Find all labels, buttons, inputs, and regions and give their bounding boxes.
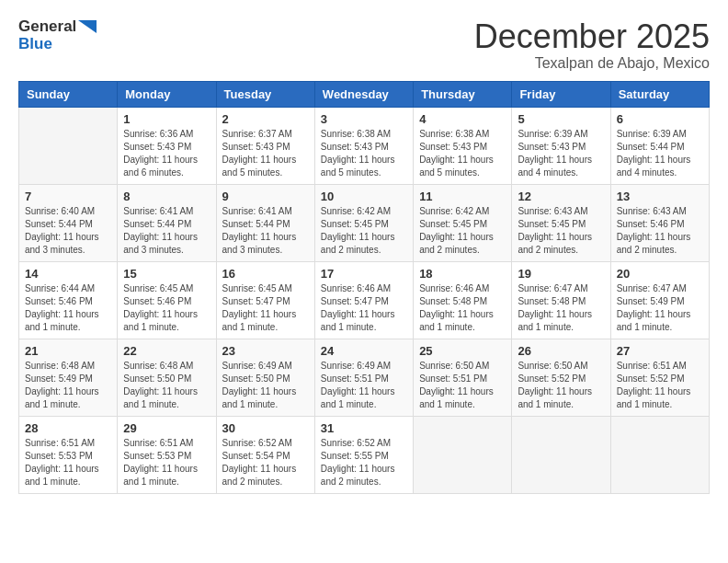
day-info: Sunrise: 6:51 AM Sunset: 5:52 PM Dayligh… (617, 360, 703, 411)
header-tuesday: Tuesday (216, 81, 314, 107)
day-number: 8 (123, 190, 210, 203)
calendar-cell: 6Sunrise: 6:39 AM Sunset: 5:44 PM Daylig… (610, 107, 709, 184)
calendar-week-row: 7Sunrise: 6:40 AM Sunset: 5:44 PM Daylig… (19, 184, 710, 261)
main-title: December 2025 (474, 18, 710, 55)
day-number: 16 (222, 267, 309, 281)
calendar-cell: 17Sunrise: 6:46 AM Sunset: 5:47 PM Dayli… (314, 261, 413, 339)
calendar-cell: 8Sunrise: 6:41 AM Sunset: 5:44 PM Daylig… (118, 184, 216, 261)
calendar-cell: 25Sunrise: 6:50 AM Sunset: 5:51 PM Dayli… (414, 339, 512, 416)
title-section: December 2025 Texalpan de Abajo, Mexico (474, 18, 710, 72)
day-info: Sunrise: 6:37 AM Sunset: 5:43 PM Dayligh… (222, 128, 309, 179)
day-info: Sunrise: 6:52 AM Sunset: 5:54 PM Dayligh… (222, 437, 309, 488)
day-number: 7 (25, 190, 111, 203)
day-info: Sunrise: 6:41 AM Sunset: 5:44 PM Dayligh… (222, 205, 309, 257)
day-number: 13 (617, 190, 703, 203)
day-number: 4 (419, 112, 506, 126)
day-info: Sunrise: 6:42 AM Sunset: 5:45 PM Dayligh… (419, 205, 506, 257)
calendar-cell: 27Sunrise: 6:51 AM Sunset: 5:52 PM Dayli… (610, 339, 709, 416)
day-number: 15 (123, 267, 210, 281)
calendar-cell: 16Sunrise: 6:45 AM Sunset: 5:47 PM Dayli… (216, 261, 314, 339)
calendar-cell: 29Sunrise: 6:51 AM Sunset: 5:53 PM Dayli… (118, 416, 216, 493)
calendar-cell: 9Sunrise: 6:41 AM Sunset: 5:44 PM Daylig… (216, 184, 314, 261)
day-info: Sunrise: 6:48 AM Sunset: 5:50 PM Dayligh… (123, 360, 210, 411)
day-number: 28 (25, 421, 111, 435)
day-number: 1 (123, 112, 210, 126)
calendar-cell: 21Sunrise: 6:48 AM Sunset: 5:49 PM Dayli… (19, 339, 118, 416)
day-info: Sunrise: 6:47 AM Sunset: 5:48 PM Dayligh… (518, 282, 604, 334)
day-info: Sunrise: 6:50 AM Sunset: 5:51 PM Dayligh… (419, 360, 506, 411)
day-info: Sunrise: 6:47 AM Sunset: 5:49 PM Dayligh… (617, 282, 703, 334)
calendar-cell: 13Sunrise: 6:43 AM Sunset: 5:46 PM Dayli… (610, 184, 709, 261)
day-info: Sunrise: 6:49 AM Sunset: 5:51 PM Dayligh… (321, 360, 407, 411)
logo-blue-text: Blue (18, 36, 97, 53)
calendar-week-row: 1Sunrise: 6:36 AM Sunset: 5:43 PM Daylig… (19, 107, 710, 184)
day-number: 21 (25, 344, 111, 358)
day-number: 6 (617, 112, 703, 126)
header-monday: Monday (118, 81, 216, 107)
day-number: 9 (222, 190, 309, 203)
calendar-cell: 4Sunrise: 6:38 AM Sunset: 5:43 PM Daylig… (414, 107, 512, 184)
day-info: Sunrise: 6:43 AM Sunset: 5:46 PM Dayligh… (617, 205, 703, 257)
day-number: 31 (321, 421, 407, 435)
day-info: Sunrise: 6:46 AM Sunset: 5:47 PM Dayligh… (321, 282, 407, 334)
day-info: Sunrise: 6:39 AM Sunset: 5:43 PM Dayligh… (518, 128, 604, 179)
day-info: Sunrise: 6:51 AM Sunset: 5:53 PM Dayligh… (25, 437, 111, 488)
logo-triangle-icon (78, 20, 97, 33)
day-info: Sunrise: 6:45 AM Sunset: 5:47 PM Dayligh… (222, 282, 309, 334)
calendar-week-row: 28Sunrise: 6:51 AM Sunset: 5:53 PM Dayli… (19, 416, 710, 493)
day-number: 30 (222, 421, 309, 435)
day-info: Sunrise: 6:51 AM Sunset: 5:53 PM Dayligh… (123, 437, 210, 488)
logo-general-text: General (18, 18, 76, 36)
calendar-cell: 30Sunrise: 6:52 AM Sunset: 5:54 PM Dayli… (216, 416, 314, 493)
calendar-cell: 2Sunrise: 6:37 AM Sunset: 5:43 PM Daylig… (216, 107, 314, 184)
calendar-cell: 12Sunrise: 6:43 AM Sunset: 5:45 PM Dayli… (512, 184, 610, 261)
calendar-cell (610, 416, 709, 493)
day-number: 14 (25, 267, 111, 281)
calendar-cell (19, 107, 118, 184)
day-info: Sunrise: 6:38 AM Sunset: 5:43 PM Dayligh… (321, 128, 407, 179)
day-info: Sunrise: 6:46 AM Sunset: 5:48 PM Dayligh… (419, 282, 506, 334)
logo-container: General Blue (18, 18, 97, 52)
day-number: 3 (321, 112, 407, 126)
day-number: 27 (617, 344, 703, 358)
day-info: Sunrise: 6:44 AM Sunset: 5:46 PM Dayligh… (25, 282, 111, 334)
sub-title: Texalpan de Abajo, Mexico (474, 55, 710, 72)
calendar-cell (414, 416, 512, 493)
calendar-week-row: 21Sunrise: 6:48 AM Sunset: 5:49 PM Dayli… (19, 339, 710, 416)
calendar-cell: 15Sunrise: 6:45 AM Sunset: 5:46 PM Dayli… (118, 261, 216, 339)
day-info: Sunrise: 6:45 AM Sunset: 5:46 PM Dayligh… (123, 282, 210, 334)
calendar-cell: 5Sunrise: 6:39 AM Sunset: 5:43 PM Daylig… (512, 107, 610, 184)
day-number: 12 (518, 190, 604, 203)
day-number: 24 (321, 344, 407, 358)
day-number: 18 (419, 267, 506, 281)
day-number: 29 (123, 421, 210, 435)
day-number: 11 (419, 190, 506, 203)
day-number: 5 (518, 112, 604, 126)
day-number: 2 (222, 112, 309, 126)
calendar-cell: 22Sunrise: 6:48 AM Sunset: 5:50 PM Dayli… (118, 339, 216, 416)
header-sunday: Sunday (19, 81, 118, 107)
calendar-table: SundayMondayTuesdayWednesdayThursdayFrid… (18, 81, 710, 494)
calendar-cell: 7Sunrise: 6:40 AM Sunset: 5:44 PM Daylig… (19, 184, 118, 261)
day-number: 22 (123, 344, 210, 358)
day-number: 17 (321, 267, 407, 281)
page-header: General Blue December 2025 Texalpan de A… (18, 18, 710, 72)
day-info: Sunrise: 6:48 AM Sunset: 5:49 PM Dayligh… (25, 360, 111, 411)
calendar-cell: 1Sunrise: 6:36 AM Sunset: 5:43 PM Daylig… (118, 107, 216, 184)
day-info: Sunrise: 6:50 AM Sunset: 5:52 PM Dayligh… (518, 360, 604, 411)
calendar-cell: 11Sunrise: 6:42 AM Sunset: 5:45 PM Dayli… (414, 184, 512, 261)
day-info: Sunrise: 6:41 AM Sunset: 5:44 PM Dayligh… (123, 205, 210, 257)
calendar-cell: 3Sunrise: 6:38 AM Sunset: 5:43 PM Daylig… (314, 107, 413, 184)
day-number: 26 (518, 344, 604, 358)
calendar-cell: 18Sunrise: 6:46 AM Sunset: 5:48 PM Dayli… (414, 261, 512, 339)
day-info: Sunrise: 6:38 AM Sunset: 5:43 PM Dayligh… (419, 128, 506, 179)
header-wednesday: Wednesday (314, 81, 413, 107)
calendar-cell: 31Sunrise: 6:52 AM Sunset: 5:55 PM Dayli… (314, 416, 413, 493)
day-number: 19 (518, 267, 604, 281)
day-number: 10 (321, 190, 407, 203)
day-info: Sunrise: 6:49 AM Sunset: 5:50 PM Dayligh… (222, 360, 309, 411)
day-number: 20 (617, 267, 703, 281)
calendar-cell: 28Sunrise: 6:51 AM Sunset: 5:53 PM Dayli… (19, 416, 118, 493)
calendar-header-row: SundayMondayTuesdayWednesdayThursdayFrid… (19, 81, 710, 107)
day-info: Sunrise: 6:43 AM Sunset: 5:45 PM Dayligh… (518, 205, 604, 257)
